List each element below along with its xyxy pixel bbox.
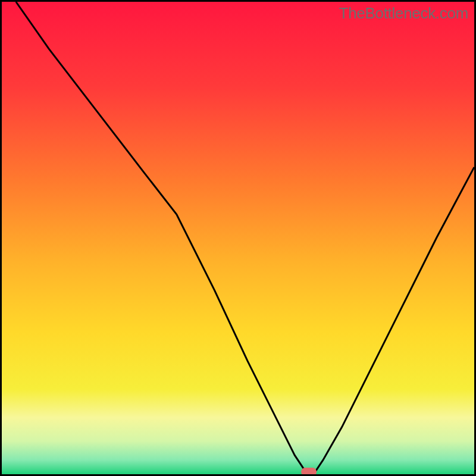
watermark: TheBottleneck.com	[339, 4, 468, 23]
chart-background	[2, 2, 474, 474]
optimal-marker	[301, 468, 317, 474]
chart-frame: TheBottleneck.com	[0, 0, 476, 476]
bottleneck-chart	[2, 2, 474, 474]
